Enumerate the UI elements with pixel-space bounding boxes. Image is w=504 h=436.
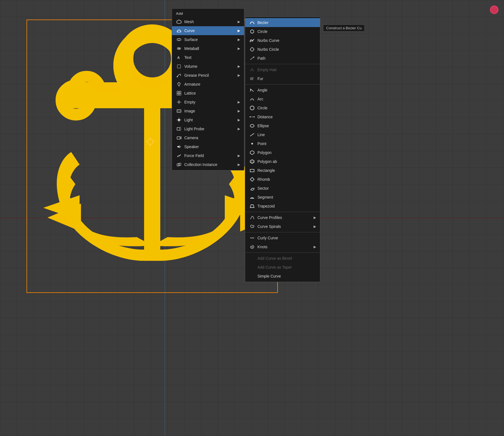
svg-line-40 <box>180 127 181 127</box>
curve-submenu-segment[interactable]: Segment <box>245 193 320 202</box>
curve-submenu-rectangle-label: Rectangle <box>257 168 316 173</box>
bezier-tooltip: Construct a Bezier Cu <box>323 25 365 32</box>
separator-4 <box>245 232 320 232</box>
bezier-icon <box>249 20 255 26</box>
svg-marker-45 <box>177 145 180 148</box>
curve-submenu-rectangle[interactable]: Rectangle <box>245 166 320 175</box>
svg-point-52 <box>250 49 251 50</box>
arc-icon <box>249 96 255 102</box>
curve-submenu-path[interactable]: Path <box>245 54 320 63</box>
add-menu-header: Add <box>172 10 244 17</box>
menu-item-lattice[interactable]: Lattice <box>172 89 244 98</box>
path-icon <box>249 55 255 61</box>
menu-item-lattice-label: Lattice <box>184 91 240 95</box>
knots-arrow: ▶ <box>314 245 316 249</box>
armature-icon <box>176 81 182 87</box>
svg-line-42 <box>180 130 181 131</box>
curve-submenu-point-label: Point <box>257 141 316 146</box>
curve-submenu-knots[interactable]: Knots ▶ <box>245 242 320 251</box>
svg-rect-10 <box>144 96 160 261</box>
menu-item-collection-instance[interactable]: Collection Instance ▶ <box>172 160 244 169</box>
curve-submenu-nurbs-curve[interactable]: Nurbs Curve <box>245 36 320 45</box>
menu-item-collection-instance-label: Collection Instance <box>184 162 234 167</box>
nurbs-curve-icon <box>249 37 255 44</box>
volume-icon <box>176 63 182 69</box>
curve-submenu-nurbs-curve-label: Nurbs Curve <box>257 38 316 43</box>
angle-icon <box>249 87 255 93</box>
rhomb-icon <box>249 176 255 182</box>
svg-marker-69 <box>250 177 254 181</box>
curve-submenu-curve-profiles[interactable]: Curve Profiles ▶ <box>245 213 320 222</box>
svg-point-54 <box>252 47 253 48</box>
menu-item-force-field-label: Force Field <box>184 153 234 158</box>
curve-submenu-rhomb[interactable]: Rhomb <box>245 175 320 184</box>
menu-item-force-field[interactable]: Force Field ▶ <box>172 151 244 160</box>
mesh-arrow: ▶ <box>238 20 240 24</box>
menu-item-light-probe[interactable]: Light Probe ▶ <box>172 124 244 133</box>
light-arrow: ▶ <box>238 118 240 122</box>
sector-icon <box>249 185 255 191</box>
curve-submenu-add-bevel: Add Curve as Bevel <box>245 254 320 263</box>
menu-item-volume[interactable]: Volume ▶ <box>172 62 244 71</box>
curve-submenu-container: Bezier Circle Nurbs Curve Nurbs Circle <box>245 17 320 282</box>
lattice-icon <box>176 90 182 96</box>
curve-submenu-curve-spirals[interactable]: Curve Spirals ▶ <box>245 222 320 231</box>
curve-submenu-ellipse[interactable]: Ellipse <box>245 121 320 130</box>
curve-submenu-distance[interactable]: Distance <box>245 112 320 121</box>
svg-point-61 <box>254 116 255 117</box>
menu-item-metaball-label: Metaball <box>184 46 234 51</box>
curly-curve-icon <box>249 235 255 241</box>
svg-marker-70 <box>250 205 254 208</box>
curve-submenu-nurbs-circle[interactable]: Nurbs Circle <box>245 45 320 54</box>
menu-item-grease-pencil[interactable]: Grease Pencil ▶ <box>172 71 244 80</box>
curve-arrow: ▶ <box>238 29 240 33</box>
light-probe-icon <box>176 126 182 132</box>
curve-submenu-point[interactable]: Point <box>245 139 320 148</box>
menu-item-curve[interactable]: Curve ▶ <box>172 26 244 35</box>
menu-item-camera[interactable]: Camera <box>172 133 244 142</box>
menu-item-image[interactable]: Image ▶ <box>172 107 244 115</box>
menu-item-armature[interactable]: Armature <box>172 80 244 89</box>
simple-curve-icon <box>249 273 255 279</box>
menu-item-armature-label: Armature <box>184 82 240 86</box>
menu-item-metaball[interactable]: Metaball ▶ <box>172 44 244 53</box>
collection-instance-icon <box>176 162 182 168</box>
menu-item-camera-label: Camera <box>184 136 240 140</box>
svg-marker-65 <box>250 151 254 155</box>
curve-submenu-bezier[interactable]: Bezier <box>245 18 320 27</box>
curve-submenu-line-label: Line <box>257 133 316 137</box>
curve-profiles-arrow: ▶ <box>314 216 316 220</box>
curve-submenu-fur-label: Fur <box>257 76 316 81</box>
curve-submenu-sector[interactable]: Sector <box>245 184 320 193</box>
menu-item-speaker[interactable]: Speaker <box>172 142 244 151</box>
menu-item-speaker-label: Speaker <box>184 144 240 149</box>
curve-submenu-circle2[interactable]: Circle <box>245 103 320 112</box>
curve-submenu-angle[interactable]: Angle <box>245 86 320 95</box>
menu-item-light[interactable]: Light ▶ <box>172 115 244 124</box>
curve-submenu-curly-curve[interactable]: Curly Curve <box>245 233 320 242</box>
ellipse-icon <box>249 123 255 129</box>
svg-point-58 <box>250 106 254 110</box>
curve-submenu-line[interactable]: Line <box>245 130 320 139</box>
separator-5 <box>245 252 320 253</box>
circle2-icon <box>249 105 255 111</box>
menu-item-surface[interactable]: Surface ▶ <box>172 35 244 44</box>
curve-submenu-simple-curve[interactable]: Simple Curve <box>245 272 320 281</box>
menu-item-mesh[interactable]: Mesh ▶ <box>172 17 244 26</box>
menu-item-text[interactable]: A Text <box>172 53 244 62</box>
svg-marker-26 <box>178 82 180 86</box>
collection-instance-arrow: ▶ <box>238 163 240 167</box>
speaker-icon <box>176 144 182 150</box>
curve-submenu-polygon-ab[interactable]: Polygon ab <box>245 157 320 166</box>
curve-submenu-fur[interactable]: Fur <box>245 74 320 83</box>
curve-submenu-trapezoid[interactable]: Trapezoid <box>245 202 320 211</box>
menu-item-grease-pencil-label: Grease Pencil <box>184 73 234 78</box>
menu-item-empty[interactable]: Empty ▶ <box>172 98 244 107</box>
curve-submenu-circle[interactable]: Circle <box>245 27 320 36</box>
svg-marker-18 <box>177 20 181 24</box>
menu-item-volume-label: Volume <box>184 64 234 69</box>
curve-submenu-polygon[interactable]: Polygon <box>245 148 320 157</box>
light-probe-arrow: ▶ <box>238 127 240 131</box>
curve-submenu-arc[interactable]: Arc <box>245 95 320 103</box>
curve-submenu-simple-curve-label: Simple Curve <box>257 274 316 278</box>
